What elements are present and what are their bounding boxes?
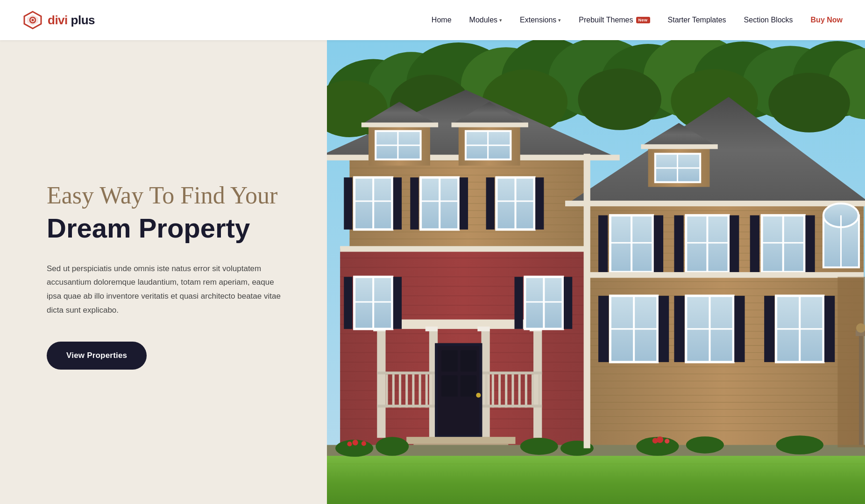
svg-rect-118 <box>393 177 402 230</box>
svg-point-234 <box>665 439 669 443</box>
svg-point-23 <box>768 73 850 133</box>
nav-section-blocks[interactable]: Section Blocks <box>744 16 793 24</box>
svg-rect-137 <box>674 215 683 272</box>
nav-starter-templates[interactable]: Starter Templates <box>668 16 726 24</box>
svg-point-231 <box>686 436 724 454</box>
svg-rect-148 <box>584 272 864 278</box>
svg-rect-127 <box>486 177 495 230</box>
svg-rect-110 <box>641 144 717 149</box>
svg-rect-209 <box>674 296 684 362</box>
svg-rect-200 <box>564 277 572 329</box>
nav-prebuilt-themes[interactable]: Prebuilt Themes New <box>579 16 650 24</box>
svg-rect-181 <box>532 374 534 407</box>
hero-section: Easy Way To Find Your Dream Property Sed… <box>0 40 865 504</box>
svg-point-224 <box>376 437 409 456</box>
svg-rect-186 <box>441 350 457 372</box>
new-badge: New <box>636 17 650 23</box>
hero-subtitle: Easy Way To Find Your <box>47 182 290 210</box>
svg-rect-98 <box>362 123 438 127</box>
svg-rect-133 <box>654 215 663 272</box>
svg-rect-159 <box>386 374 388 407</box>
hero-title: Dream Property <box>47 213 290 243</box>
svg-rect-240 <box>584 154 590 448</box>
svg-rect-166 <box>432 374 434 407</box>
svg-rect-214 <box>764 296 774 362</box>
logo-icon <box>22 10 43 30</box>
svg-rect-204 <box>598 296 609 362</box>
svg-point-3 <box>32 19 34 21</box>
svg-rect-122 <box>410 177 418 230</box>
svg-rect-189 <box>461 375 476 397</box>
svg-point-225 <box>353 440 358 445</box>
hero-description: Sed ut perspiciatis unde omnis iste natu… <box>47 262 290 317</box>
nav-extensions[interactable]: Extensions ▾ <box>520 16 561 24</box>
navbar: divi plus Home Modules ▾ Extensions ▾ Pr… <box>0 0 865 40</box>
svg-rect-163 <box>412 374 414 407</box>
svg-rect-195 <box>393 277 402 329</box>
svg-rect-199 <box>514 277 523 329</box>
svg-rect-188 <box>441 375 457 397</box>
hero-content: Easy Way To Find Your Dream Property Sed… <box>0 40 327 504</box>
svg-rect-210 <box>734 296 744 362</box>
svg-rect-215 <box>824 296 835 362</box>
svg-rect-178 <box>511 374 514 407</box>
view-properties-button[interactable]: View Properties <box>47 342 147 370</box>
svg-rect-239 <box>837 277 865 447</box>
svg-rect-123 <box>460 177 468 230</box>
svg-point-21 <box>578 69 661 130</box>
svg-rect-143 <box>805 215 815 272</box>
svg-rect-132 <box>598 215 608 272</box>
svg-rect-177 <box>505 374 507 407</box>
svg-rect-220 <box>327 456 865 504</box>
svg-point-235 <box>652 438 658 443</box>
svg-rect-117 <box>344 177 352 230</box>
svg-rect-194 <box>344 277 352 329</box>
svg-point-228 <box>520 438 558 455</box>
svg-rect-95 <box>565 201 865 206</box>
svg-rect-174 <box>485 374 488 407</box>
nav-modules[interactable]: Modules ▾ <box>469 16 502 24</box>
svg-rect-138 <box>730 215 739 272</box>
svg-rect-147 <box>340 246 587 252</box>
svg-rect-104 <box>452 123 528 127</box>
svg-rect-187 <box>461 350 476 372</box>
svg-rect-205 <box>659 296 669 362</box>
svg-rect-142 <box>750 215 759 272</box>
svg-rect-182 <box>538 374 540 407</box>
nav-home[interactable]: Home <box>432 16 452 24</box>
svg-rect-175 <box>492 374 494 407</box>
nav-links: Home Modules ▾ Extensions ▾ Prebuilt The… <box>432 16 843 24</box>
svg-point-227 <box>347 441 352 446</box>
house-illustration <box>327 40 865 504</box>
svg-point-226 <box>362 441 366 446</box>
hero-image-area <box>327 40 865 504</box>
svg-rect-179 <box>518 374 521 407</box>
svg-rect-153 <box>533 329 542 438</box>
svg-rect-165 <box>425 374 428 407</box>
svg-rect-150 <box>377 329 385 438</box>
svg-rect-161 <box>399 374 401 407</box>
logo-text: divi plus <box>48 13 95 28</box>
logo-link[interactable]: divi plus <box>22 10 95 30</box>
svg-rect-128 <box>535 177 544 230</box>
chevron-down-icon: ▾ <box>499 17 502 23</box>
chevron-down-icon: ▾ <box>558 17 561 23</box>
svg-rect-160 <box>392 374 395 407</box>
svg-rect-156 <box>477 327 489 331</box>
svg-rect-155 <box>425 327 438 331</box>
svg-point-232 <box>776 435 823 455</box>
svg-rect-162 <box>405 374 408 407</box>
svg-rect-164 <box>419 374 421 407</box>
svg-rect-180 <box>525 374 527 407</box>
svg-rect-176 <box>498 374 501 407</box>
nav-buy-now[interactable]: Buy Now <box>811 16 843 24</box>
svg-point-190 <box>476 393 481 398</box>
svg-rect-216 <box>406 437 515 444</box>
